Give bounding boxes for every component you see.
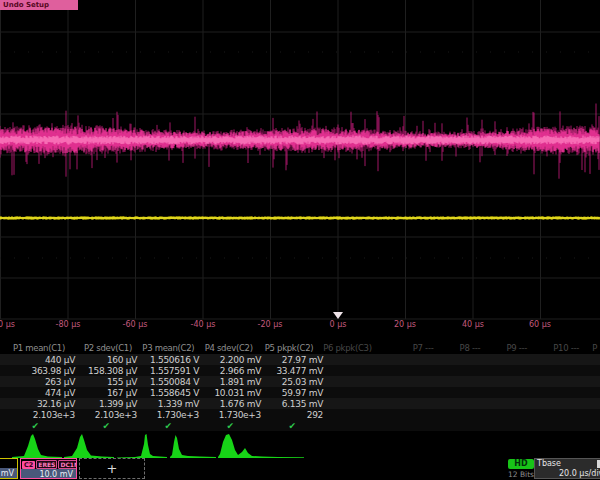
param-value: 2.103e+3 [80,410,142,420]
time-tick-label: -60 µs [123,320,148,329]
trigger-position-marker[interactable] [333,312,343,319]
param-header[interactable]: P5 pkpk(C2) [259,343,319,353]
timebase-value: 20.0 µs/div [535,469,600,479]
param-value: 1.730e+3 [142,410,204,420]
param-value: 474 µV [0,388,80,398]
histicon-p5[interactable] [218,432,304,458]
c2-name-badge: C2 [22,461,35,469]
param-value: 6.135 mV [266,399,328,409]
time-tick-label: -40 µs [191,320,216,329]
param-value: 155 µV [80,377,142,387]
param-value: 1.891 mV [204,377,266,387]
timebase-title: Tbase [537,459,561,469]
time-tick-label: -100 µs [0,320,15,329]
timebase-descriptor[interactable]: Tbase 20.0 µs/div [534,458,600,479]
histicon-p1[interactable] [12,432,62,458]
param-value: 1.676 mV [204,399,266,409]
time-tick-label: -20 µs [258,320,283,329]
time-tick-label: 60 µs [529,320,551,329]
param-status-check: ✔ [80,421,142,431]
measure-table: P1 mean(C1)P2 sdev(C1)P3 mean(C2)P4 sdev… [0,341,600,431]
param-value: 27.97 mV [266,355,328,365]
time-tick-label: 20 µs [394,320,416,329]
param-header[interactable]: P4 sdev(C2) [199,343,259,353]
time-tick-label: -80 µs [56,320,81,329]
param-value: 2.966 mV [204,366,266,376]
graticule [0,0,600,319]
param-value: 2.200 mV [204,355,266,365]
param-status-check: ✔ [266,421,328,431]
param-value: 1.730e+3 [204,410,266,420]
c2-coupling-badge: DC1M [58,460,77,469]
param-status-check: ✔ [204,421,266,431]
histicon-p2[interactable] [64,432,114,458]
hd-bits-label: 12 Bits [506,470,536,479]
c2-eres-badge: ERES [36,460,57,469]
param-value: 1.557591 V [142,366,204,376]
param-value: 1.339 mV [142,399,204,409]
param-status-check: ✔ [0,421,80,431]
param-header-inactive[interactable]: P6 pkpk(C3) [319,343,409,353]
param-value: 263 µV [0,377,80,387]
param-value: 10.031 mV [204,388,266,398]
time-axis: -100 µs-80 µs-60 µs-40 µs-20 µs0 µs20 µs… [0,319,600,332]
hd-mode-badge: HD [508,459,534,469]
add-trace-button[interactable]: + [79,458,145,479]
time-tick-label: 0 µs [330,320,347,329]
param-header-inactive[interactable]: P9 --- [502,343,549,353]
param-value: 1.558645 V [142,388,204,398]
oscilloscope-screen: Undo Setup -100 µs-80 µs-60 µs-40 µs-20 … [0,0,600,480]
undo-setup-button[interactable]: Undo Setup [0,0,78,10]
c1-volts-per-div: 10.0 mV [0,468,17,479]
channel-c2-descriptor[interactable]: C2 ERES DC1M 10.0 mV [20,458,77,479]
param-value: 160 µV [80,355,142,365]
param-value: 59.97 mV [266,388,328,398]
param-header[interactable]: P2 sdev(C1) [78,343,138,353]
param-value: 33.477 mV [266,366,328,376]
param-header-inactive[interactable]: P [588,343,600,353]
histicon-p3[interactable] [117,432,167,458]
param-header-inactive[interactable]: P10 --- [549,343,588,353]
param-value: 2.103e+3 [0,410,80,420]
param-header[interactable]: P1 mean(C1) [0,343,78,353]
param-value: 1.399 µV [80,399,142,409]
waveform-display[interactable] [0,0,600,334]
param-value: 1.550616 V [142,355,204,365]
param-value: 363.98 µV [0,366,80,376]
param-value: 25.03 mV [266,377,328,387]
param-value: 167 µV [80,388,142,398]
param-value: 158.308 µV [80,366,142,376]
waveform-traces [0,104,600,221]
param-value: 292 [266,410,328,420]
time-tick-label: 40 µs [462,320,484,329]
histicon-p4[interactable] [170,432,216,458]
c2-volts-per-div: 10.0 mV [21,469,76,479]
param-header-inactive[interactable]: P7 --- [409,343,456,353]
param-status-check: ✔ [142,421,204,431]
param-header[interactable]: P3 mean(C2) [138,343,198,353]
param-value: 1.550084 V [142,377,204,387]
param-header-inactive[interactable]: P8 --- [456,343,503,353]
channel-c1-descriptor[interactable]: C1 DC1M 10.0 mV [0,458,18,479]
param-value: 32.16 µV [0,399,80,409]
param-value: 440 µV [0,355,80,365]
